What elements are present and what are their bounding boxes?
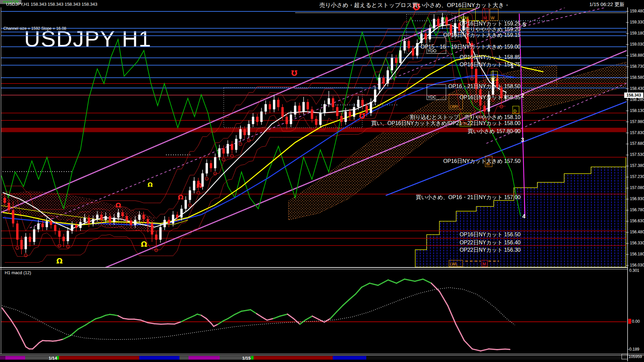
pane-splitter[interactable] (0, 267, 628, 268)
candle (4, 198, 6, 203)
signal-ring-dot (198, 192, 199, 193)
macd-line-segment (201, 315, 206, 319)
candle (147, 219, 149, 224)
timeline-segment[interactable] (5, 356, 25, 360)
candle (210, 163, 212, 168)
candle (180, 209, 183, 218)
macd-axis-bottom: -0.189 (628, 347, 639, 352)
macd-line-segment (349, 294, 356, 300)
macd-line-segment (273, 316, 280, 318)
macd-line-segment (39, 341, 43, 343)
candle (370, 102, 372, 113)
macd-line-segment (141, 320, 148, 322)
counter-checkbox[interactable] (622, 354, 628, 359)
candle (138, 215, 141, 220)
candle (37, 224, 40, 230)
candle (382, 78, 385, 84)
candle (227, 144, 229, 154)
candle (231, 144, 233, 150)
candle (155, 235, 157, 240)
candle (441, 17, 444, 26)
macd-line-segment (356, 287, 362, 294)
signal-ring-dot (493, 100, 493, 100)
candle (193, 181, 195, 190)
ichimoku-cloud-bottom-right (415, 158, 626, 267)
macd-line-segment (110, 314, 114, 315)
candle (277, 100, 279, 107)
macd-line-segment (206, 318, 211, 323)
macd-line-segment (123, 318, 128, 319)
chart-canvas[interactable] (0, 0, 644, 362)
timeline-segment[interactable] (56, 356, 59, 360)
macd-line-segment (181, 318, 188, 322)
candle (121, 213, 124, 216)
macd-line-segment (262, 317, 267, 320)
candle (285, 117, 288, 124)
candle (50, 221, 52, 225)
timeline-segment[interactable] (25, 356, 56, 360)
candle (92, 219, 94, 224)
timeline-segment[interactable] (179, 356, 189, 360)
timeline-segment[interactable] (333, 356, 366, 360)
candle (399, 50, 401, 63)
symbol-title: USDJPY,H1 158.343 158.343 158.343 158.34… (6, 2, 97, 7)
timeline-segment[interactable] (220, 356, 251, 360)
magenta-wave-line (519, 14, 525, 216)
candle (79, 222, 82, 228)
macd-line-segment (251, 310, 257, 314)
timeline-segment[interactable] (0, 356, 5, 360)
macd-line-segment (96, 317, 101, 319)
candle (483, 106, 486, 112)
macd-line-segment (33, 346, 36, 349)
candle (163, 220, 166, 227)
macd-line-segment (378, 280, 388, 285)
macd-line-segment (439, 291, 448, 306)
signal-ring-dot (249, 140, 249, 141)
macd-line-segment (330, 312, 337, 318)
macd-line-segment (267, 318, 273, 320)
candle (488, 95, 490, 112)
candle (41, 224, 44, 227)
macd-line-segment (78, 325, 86, 329)
macd-line-segment (241, 310, 251, 311)
candle (248, 124, 250, 135)
candle (454, 23, 456, 36)
candle (29, 237, 31, 242)
signal-ring-dot (223, 159, 224, 160)
candle (172, 215, 174, 223)
candle (420, 34, 423, 43)
candle (504, 96, 507, 99)
candle (214, 157, 216, 168)
candle (244, 129, 246, 135)
signal-ring-dot (215, 173, 216, 174)
macd-line-segment (300, 320, 305, 324)
timeline-segment[interactable] (366, 356, 626, 360)
timeline-segment[interactable] (189, 356, 220, 360)
macd-line-segment (223, 318, 228, 321)
candle (189, 190, 191, 200)
timeline-segment[interactable] (254, 356, 333, 360)
candle (269, 104, 271, 109)
macd-zero-marker (628, 319, 631, 324)
macd-axis-zero: 0.00 (632, 319, 640, 324)
macd-line-segment (362, 283, 370, 287)
candle (256, 117, 259, 122)
candle (184, 200, 187, 208)
candle (404, 41, 406, 51)
timeline-segment[interactable] (251, 356, 254, 360)
macd-line-segment (337, 305, 343, 312)
macd-line-segment (293, 318, 300, 324)
timeline-segment[interactable] (139, 356, 179, 360)
top-annotation: 売り小さめ・超えるとストップロス買い小さめ、OP16日NYカット大き・ (319, 1, 510, 9)
timeline-segment[interactable] (59, 356, 139, 360)
candle (429, 28, 431, 40)
signal-ring-dot (232, 156, 232, 156)
candle (450, 25, 452, 36)
candle (58, 231, 61, 237)
macd-line-segment (161, 324, 168, 324)
candle (353, 107, 355, 117)
signal-ring-dot (501, 106, 502, 107)
candle (416, 43, 418, 56)
macd-line-segment (36, 343, 39, 346)
candle (357, 100, 360, 107)
